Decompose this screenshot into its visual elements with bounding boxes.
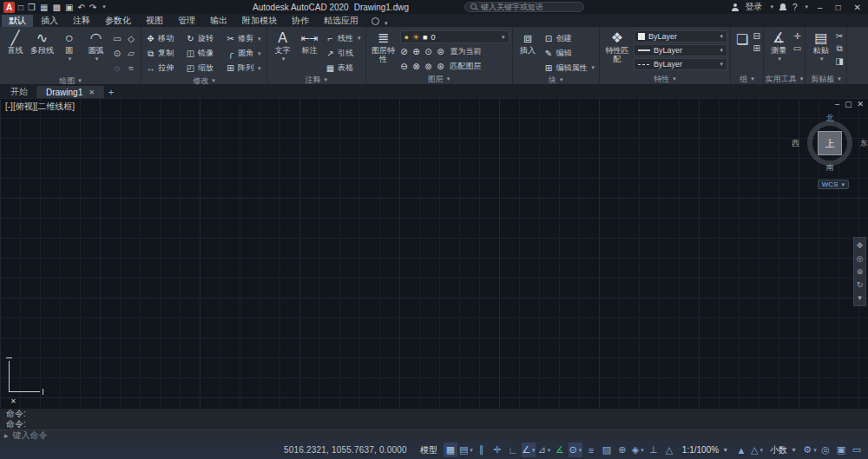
start-tab[interactable]: 开始 <box>2 86 37 98</box>
layer-lock-icon[interactable]: ⊜ <box>437 47 445 56</box>
ortho-toggle[interactable]: ∟ <box>506 443 520 457</box>
search-box[interactable]: 键入关键字或短语 <box>464 2 584 12</box>
scale-button[interactable]: ◰缩放 <box>184 61 224 75</box>
redo-icon[interactable]: ↷ <box>89 3 96 12</box>
arc-dropdown-icon[interactable]: ▾ <box>95 55 99 63</box>
copy-clip-icon[interactable]: ⧉ <box>836 43 842 54</box>
id-point-icon[interactable]: ✛ <box>793 31 800 41</box>
tab-addins[interactable]: 附加模块 <box>235 15 284 27</box>
mirror-button[interactable]: ◫镜像 <box>184 46 224 61</box>
panel-label-layers[interactable]: 图层▾ <box>368 74 510 84</box>
linear-dim-button[interactable]: ⌐线性▾ <box>324 31 363 45</box>
layer-freeze-tool-icon[interactable]: ⊙ <box>424 47 433 56</box>
tab-close-icon[interactable]: ✕ <box>89 89 95 96</box>
units-button[interactable]: 小数▼ <box>766 443 801 457</box>
navbar-more-icon[interactable]: ▾ <box>858 293 862 302</box>
viewcube[interactable]: 上 北 南 西 东 <box>802 115 858 171</box>
ellipse-tool-icon[interactable]: ⊙ <box>110 46 124 61</box>
annotation-scale-button[interactable]: 1:1/100%▼ <box>678 443 733 457</box>
circle-button[interactable]: ○ 圆 ▾ <box>56 29 82 75</box>
edit-block-button[interactable]: ✎编辑 <box>542 46 597 60</box>
copy-button[interactable]: ⧉复制 <box>144 46 184 61</box>
help-button[interactable]: ? <box>792 3 798 12</box>
zoom-icon[interactable]: ⊕ <box>857 267 864 276</box>
command-input[interactable]: ▸ 键入命令 <box>0 429 868 441</box>
infer-constraints-toggle[interactable]: ∥ <box>475 443 489 457</box>
panel-label-properties[interactable]: 特性▾ <box>602 74 728 84</box>
tab-featured-apps[interactable]: 精选应用 <box>317 15 365 27</box>
tab-output[interactable]: 输出 <box>203 15 234 27</box>
layer-thaw-icon[interactable]: ⊚ <box>424 62 433 71</box>
annotation-visibility-toggle[interactable]: ▲ <box>734 443 748 457</box>
drawing-canvas[interactable]: [-][俯视][二维线框] – ▢ ✕ 上 北 南 西 东 WCS▾ ✥ ◎ ⊕… <box>0 98 868 408</box>
autocad-logo[interactable]: A <box>3 2 15 13</box>
ribbon-display-options-icon[interactable] <box>372 17 379 25</box>
match-properties-button[interactable]: ❖ 特性匹配 <box>602 29 632 74</box>
undo-icon[interactable]: ↶ <box>77 3 84 12</box>
move-button[interactable]: ✥移动 <box>144 31 184 46</box>
fillet-button[interactable]: ╭圆角▾ <box>224 46 264 61</box>
notifications-icon[interactable] <box>779 3 786 10</box>
new-tab-button[interactable]: + <box>104 86 118 98</box>
measure-button[interactable]: ∡ 测量 ▾ <box>766 29 792 74</box>
tab-insert[interactable]: 插入 <box>34 15 65 27</box>
dynamic-input-toggle[interactable]: ✛ <box>490 443 504 457</box>
minimize-button[interactable]: – <box>814 3 826 12</box>
trim-button[interactable]: ✂修剪▾ <box>224 31 264 46</box>
clean-screen-button[interactable]: ▭ <box>850 443 864 457</box>
polygon-tool-icon[interactable]: ◇ <box>124 31 138 46</box>
point-tool-icon[interactable]: ◌ <box>110 61 124 75</box>
viewport-restore-icon[interactable]: ▢ <box>845 100 852 108</box>
layer-dropdown[interactable]: ● ☀ ■ 0 ▾ <box>400 30 510 43</box>
pan-icon[interactable]: ◎ <box>857 254 864 263</box>
transparency-toggle[interactable]: ▨ <box>600 443 614 457</box>
layer-on-tool-icon[interactable]: ⊖ <box>400 62 409 71</box>
login-dropdown-icon[interactable]: ▾ <box>770 3 773 10</box>
rotate-button[interactable]: ↻旋转 <box>184 31 224 46</box>
autoscale-toggle[interactable]: △▾ <box>750 443 764 457</box>
drawing1-tab[interactable]: Drawing1 ✕ <box>37 86 104 98</box>
layer-on-icon[interactable]: ● <box>404 33 409 42</box>
panel-label-annotation[interactable]: 注释▾ <box>269 75 364 85</box>
workspace-switch-button[interactable]: ⚙▾ <box>803 443 817 457</box>
group-edit-icon[interactable]: ⊞ <box>753 43 760 53</box>
layer-properties-button[interactable]: ≣ 图层特性 <box>369 29 398 74</box>
save-as-icon[interactable]: ▩ <box>52 3 60 12</box>
user-icon[interactable] <box>731 3 739 11</box>
plot-icon[interactable]: ▣ <box>65 3 73 12</box>
layer-freeze-icon[interactable]: ☀ <box>412 33 419 42</box>
layer-unlock-icon[interactable]: ⊛ <box>437 62 445 71</box>
layer-unisolate-icon[interactable]: ⊗ <box>412 62 421 71</box>
dimension-button[interactable]: ⇤⇥ 标注 <box>297 29 322 75</box>
stretch-button[interactable]: ↔拉伸 <box>144 61 184 75</box>
close-button[interactable]: ✕ <box>851 3 865 12</box>
full-navigation-wheel-icon[interactable]: ✥ <box>857 241 864 250</box>
ribbon-display-caret-icon[interactable]: ▾ <box>385 20 388 27</box>
login-button[interactable]: 登录 <box>745 1 762 13</box>
spline-tool-icon[interactable]: ≈ <box>124 61 138 75</box>
viewport-close-icon[interactable]: ✕ <box>857 100 864 108</box>
viewcube-north-label[interactable]: 北 <box>826 113 834 124</box>
text-button[interactable]: A 文字 ▾ <box>270 29 295 75</box>
panel-label-groups[interactable]: 组▾ <box>733 74 761 84</box>
open-file-icon[interactable]: ❒ <box>28 3 36 12</box>
create-block-button[interactable]: ⊡创建 <box>542 31 597 45</box>
array-button[interactable]: ⊞阵列▾ <box>224 61 264 75</box>
quick-calc-icon[interactable]: ▭ <box>793 43 801 53</box>
panel-label-block[interactable]: 块▾ <box>515 75 598 85</box>
group-button[interactable]: ❏ <box>733 29 751 74</box>
hatch-tool-icon[interactable]: ▱ <box>124 46 138 61</box>
viewcube-west-label[interactable]: 西 <box>792 138 799 149</box>
qat-dropdown-icon[interactable]: ▾ <box>102 3 106 10</box>
isolate-objects-button[interactable]: ◎ <box>819 443 832 457</box>
dynamic-ucs-toggle[interactable]: ⊥ <box>647 443 661 457</box>
object-color-dropdown[interactable]: ByLayer ▾ <box>634 30 727 43</box>
tab-home[interactable]: 默认 <box>2 15 33 27</box>
line-button[interactable]: ╱ 直线 <box>3 29 28 75</box>
insert-block-button[interactable]: ⧈ 插入 <box>516 29 541 75</box>
viewcube-top-face[interactable]: 上 <box>818 131 842 155</box>
tab-view[interactable]: 视图 <box>139 15 170 27</box>
lineweight-dropdown[interactable]: ByLayer ▾ <box>634 44 727 56</box>
edit-attributes-button[interactable]: ⊞编辑属性▾ <box>542 61 597 75</box>
model-space-button[interactable]: 模型 <box>416 443 442 457</box>
